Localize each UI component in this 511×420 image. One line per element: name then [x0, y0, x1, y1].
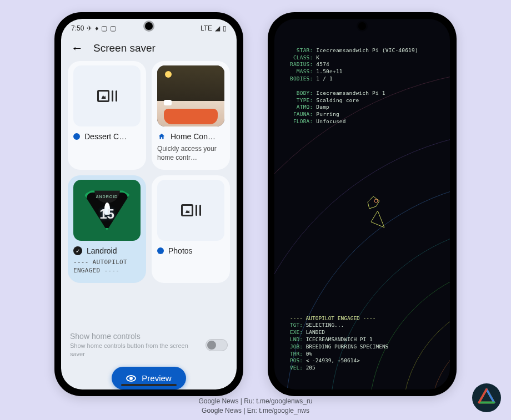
youtube-icon: ▢ — [101, 24, 107, 32]
camera-hole — [358, 22, 366, 30]
screensaver-tile-landroid[interactable]: ANDROID 15 ✓ Landroid ---- AUTOPILOT ENG… — [68, 175, 146, 283]
bulb-icon — [165, 71, 172, 78]
landroid-screensaver: STAR: Icecreamsandwich Pi (VIC-40619) CL… — [274, 19, 450, 389]
footer-credit: Google News | Ru: t.me/googlenws_ru Goog… — [0, 397, 511, 416]
tile-label: Dessert C… — [84, 132, 127, 141]
tile-label: Landroid — [87, 246, 117, 255]
radio-unselected-icon — [157, 247, 164, 254]
tile-thumb: ANDROID 15 — [73, 180, 141, 241]
android-version-number: 15 — [99, 206, 114, 222]
tile-thumb — [73, 65, 141, 126]
tile-subtitle: ---- AUTOPILOT ENGAGED ---- — [73, 259, 141, 275]
slideshow-icon — [181, 204, 201, 216]
radio-selected-icon: ✓ — [73, 246, 82, 255]
home-icon — [157, 133, 166, 140]
tile-thumb — [157, 65, 224, 126]
screensaver-tile-photos[interactable]: Photos — [152, 175, 230, 283]
terminal-top-block: STAR: Icecreamsandwich Pi (VIC-40619) CL… — [290, 40, 418, 125]
network-label: LTE — [201, 24, 212, 32]
flame-icon: ♦ — [95, 24, 98, 32]
svg-point-6 — [430, 324, 450, 389]
slideshow-icon — [97, 90, 117, 102]
svg-point-7 — [374, 199, 378, 203]
preview-label: Preview — [142, 373, 171, 383]
screensaver-tile-dessert[interactable]: Dessert C… — [68, 61, 146, 170]
tile-subtitle: Quickly access your home contr… — [157, 144, 224, 162]
svg-point-5 — [402, 296, 450, 389]
camera-icon — [164, 100, 172, 105]
channel-logo — [472, 383, 501, 412]
tile-label: Photos — [168, 246, 193, 255]
show-home-controls-row[interactable]: Show home controls Show home controls bu… — [61, 326, 237, 358]
eye-icon — [126, 375, 136, 382]
footer-line-1: Google News | Ru: t.me/googlenws_ru — [0, 397, 511, 406]
tile-label: Home Con… — [171, 132, 216, 141]
screensaver-tile-home-controls[interactable]: Home Con… Quickly access your home contr… — [152, 61, 230, 170]
home-controls-toggle[interactable] — [206, 339, 228, 351]
gesture-handle[interactable] — [121, 384, 177, 386]
youtube-icon-2: ▢ — [110, 24, 116, 32]
terminal-bottom-block: ---- AUTOPILOT ENGAGED ---- TGT: SELECTI… — [290, 308, 388, 372]
back-button[interactable]: ← — [71, 41, 83, 55]
android-badge-text: ANDROID — [96, 195, 118, 199]
signal-icon: ◢ — [215, 24, 220, 32]
battery-icon: ▯ — [223, 24, 227, 32]
phone-left: 7:50 ✈ ♦ ▢ ▢ LTE ◢ ▯ ← Screen saver — [54, 12, 243, 396]
setting-title: Show home controls — [70, 332, 141, 341]
telegram-icon: ✈ — [87, 24, 92, 32]
radio-unselected-icon — [73, 133, 80, 140]
setting-subtitle: Show home controls button from the scree… — [70, 342, 200, 358]
status-time: 7:50 — [71, 24, 84, 32]
tile-thumb — [157, 180, 224, 241]
camera-hole — [145, 22, 153, 30]
page-title: Screen saver — [93, 42, 156, 54]
footer-line-2: Google News | En: t.me/google_nws — [0, 406, 511, 416]
sofa-illustration — [164, 109, 218, 124]
phone-right: STAR: Icecreamsandwich Pi (VIC-40619) CL… — [268, 12, 457, 396]
